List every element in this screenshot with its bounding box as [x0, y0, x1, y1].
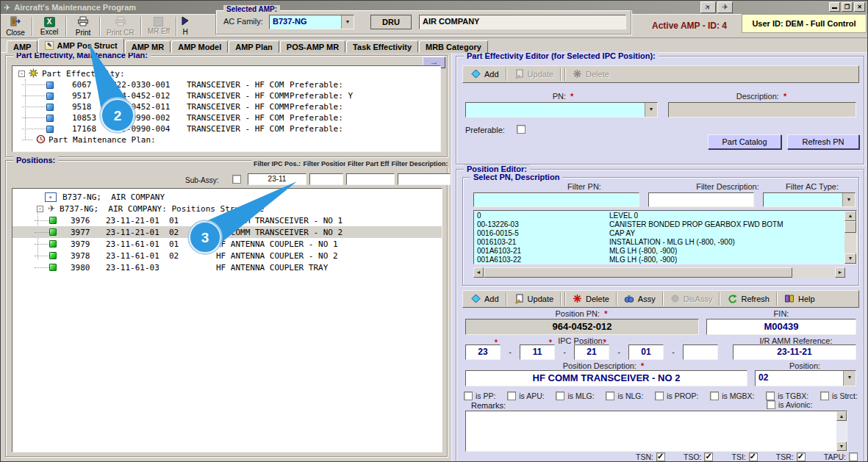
tree-node-structure[interactable]: - ✈ B737-NG; AIR COMPANY: Positions Stru… — [12, 203, 442, 214]
part-effectivity-row[interactable]: 6067 822-0330-001 TRANSCEIVER - HF COM P… — [12, 79, 440, 90]
part-catalog-button[interactable]: Part Catalog — [708, 134, 781, 149]
checkbox[interactable] — [606, 391, 614, 400]
tab-amp-mr[interactable]: AMP MR — [125, 40, 171, 53]
close-window-button[interactable]: ✕ — [854, 2, 865, 12]
chevron-down-icon[interactable]: ▼ — [341, 15, 354, 29]
preferable-checkbox[interactable] — [517, 125, 526, 134]
chevron-down-icon[interactable]: ▼ — [842, 193, 855, 206]
ipc-segment-3[interactable]: 21 — [574, 344, 609, 360]
part-effectivity-tree[interactable]: - Part Effectivity: 6067 822-0330-001 TR… — [12, 65, 441, 152]
pos-assy-button[interactable]: Assy — [619, 292, 661, 306]
scroll-down-icon[interactable]: ▼ — [844, 253, 856, 264]
checkbox[interactable] — [849, 452, 858, 461]
vertical-scrollbar[interactable]: ▲ ▼ — [844, 211, 856, 264]
dru-button[interactable]: DRU — [370, 15, 412, 29]
titlebar-plane-button-2[interactable]: ✈ — [717, 1, 733, 13]
print-button[interactable]: Print — [68, 15, 98, 37]
checkbox[interactable] — [655, 391, 664, 400]
restore-button[interactable]: ❐ — [842, 2, 853, 12]
checkbox[interactable] — [766, 391, 775, 400]
tree-node-maintenance-plan[interactable]: Part Maintenance Plan: — [12, 134, 440, 145]
flag-is-pp[interactable]: is PP: — [464, 391, 495, 400]
scroll-left-icon[interactable]: ◄ — [473, 267, 484, 278]
checkbox[interactable] — [704, 452, 713, 461]
pe-add-button[interactable]: Add — [466, 67, 504, 82]
tab-amp-pos-struct[interactable]: ✎ AMP Pos Struct — [38, 38, 123, 53]
list-item[interactable]: 001A6103-22MLG LH (-800, -900) — [474, 255, 856, 264]
scroll-right-icon[interactable]: ► — [835, 267, 845, 278]
checkbox[interactable] — [464, 391, 473, 400]
flag-tsn[interactable]: TSN: — [636, 452, 665, 461]
scroll-up-icon[interactable]: ▲ — [836, 411, 847, 421]
chevron-down-icon[interactable]: ▼ — [843, 371, 856, 386]
filter-pn-input[interactable] — [473, 192, 639, 207]
flag-is-nlg[interactable]: is NLG: — [606, 391, 643, 400]
excel-button[interactable]: X Excel — [35, 15, 64, 37]
filter-ac-type-select[interactable]: ▼ — [763, 192, 856, 207]
tab-pos-amp-mr[interactable]: POS-AMP MR — [280, 40, 345, 53]
flag-is-mlg[interactable]: is MLG: — [556, 391, 594, 400]
pos-delete-button[interactable]: Delete — [567, 292, 614, 306]
position-row[interactable]: 3978 23-11-61-01 02 HF ANTENNA COUPLER -… — [12, 250, 442, 261]
mr-eff-button[interactable]: MR Eff — [143, 15, 174, 37]
ipc-segment-1[interactable]: 23 — [465, 344, 501, 360]
position-description-field[interactable]: HF COMM TRANSCEIVER - NO 2 — [465, 370, 747, 386]
positions-tree[interactable]: ✈ B737-NG; AIR COMPANY - ✈ B737-NG; AIR … — [12, 188, 442, 452]
tree-root-part-effectivity[interactable]: - Part Effectivity: — [12, 68, 440, 79]
list-item[interactable]: 001A6103-21MLG LH (-800, -900) — [474, 246, 856, 255]
part-effectivity-row[interactable]: 10853 822-0990-002 TRANSCEIVER - HF COM … — [12, 112, 440, 123]
flag-tso[interactable]: TSO: — [684, 452, 714, 461]
position-row[interactable]: 3979 23-11-61-01 01 HF ANTENNA COUPLER -… — [12, 238, 442, 250]
ipc-segment-4[interactable]: 01 — [628, 344, 664, 360]
refresh-pn-button[interactable]: Refresh PN — [787, 134, 859, 149]
part-effectivity-row[interactable]: 17168 822-0990-004 TRANSCEIVER - HF COM … — [12, 123, 440, 134]
position-row[interactable]: 3976 23-11-21-01 01 HF COMM TRANSCEIVER … — [12, 214, 442, 226]
checkbox[interactable] — [820, 391, 829, 400]
filter-ipc-input[interactable]: 23-11 — [248, 173, 306, 185]
flag-is-strct[interactable]: is Strct: — [820, 391, 858, 400]
fin-field[interactable]: M00439 — [706, 319, 856, 335]
list-item[interactable]: 0016103-21INSTALLATION - MLG LH (-800, -… — [474, 237, 856, 246]
scrollbar-thumb[interactable] — [484, 267, 792, 278]
checkbox[interactable] — [767, 400, 775, 409]
flag-is-apu[interactable]: is APU: — [507, 391, 544, 400]
position-select[interactable]: 02 ▼ — [755, 370, 856, 386]
scroll-up-icon[interactable]: ▲ — [844, 211, 856, 221]
tab-mrb-category[interactable]: MRB Category — [419, 40, 488, 53]
titlebar-plane-button-1[interactable]: ✈ — [700, 1, 716, 13]
list-item[interactable]: 0016-0015-5CAP AY — [474, 228, 856, 237]
ipc-segment-5[interactable] — [683, 344, 718, 360]
pos-update-button[interactable]: Update — [509, 292, 559, 306]
print-cr-button[interactable]: Print CR — [102, 15, 139, 37]
chevron-down-icon[interactable]: ▼ — [645, 103, 657, 117]
close-button[interactable]: Close — [1, 15, 30, 37]
horizontal-scrollbar[interactable]: ◄ ► — [473, 267, 845, 278]
tab-amp[interactable]: AMP — [7, 40, 37, 53]
list-item[interactable]: 0LEVEL 0 — [474, 211, 856, 220]
pos-refresh-button[interactable]: Refresh — [722, 292, 775, 306]
flag-is-avionic[interactable]: is Avionic: — [767, 400, 813, 409]
pos-add-button[interactable]: Add — [466, 292, 504, 306]
remarks-textarea[interactable]: ▲ ▼ — [465, 411, 847, 452]
tab-task-effectivity[interactable]: Task Effectivity — [346, 40, 418, 53]
collapse-minus-icon[interactable]: - — [37, 206, 43, 212]
pe-update-button[interactable]: Update — [509, 67, 559, 82]
part-effectivity-row[interactable]: 9518 964-0452-011 TRANSCEIVER - HF COMM … — [12, 101, 440, 112]
flag-tsi[interactable]: TSI: — [732, 452, 758, 461]
pe-delete-button[interactable]: Delete — [567, 67, 614, 82]
pn-listbox[interactable]: 0LEVEL 0 00-13226-03CANISTER BONDED PROP… — [473, 210, 857, 264]
checkbox[interactable] — [507, 391, 516, 400]
filter-description-input[interactable] — [648, 192, 754, 207]
checkbox[interactable] — [556, 391, 564, 400]
checkbox[interactable] — [710, 391, 719, 400]
pn-combo[interactable]: ▼ — [465, 102, 658, 118]
filter-description-input[interactable] — [398, 173, 451, 185]
flag-tapu[interactable]: TAPU: — [824, 452, 858, 461]
scrollbar-thumb[interactable] — [844, 221, 856, 233]
tree-node-company[interactable]: ✈ B737-NG; AIR COMPANY — [12, 191, 442, 203]
part-effectivity-row[interactable]: 9517 964-0452-012 TRANSCEIVER - HF COMM … — [12, 90, 440, 101]
flag-tsr[interactable]: TSR: — [776, 452, 806, 461]
pos-disassy-button[interactable]: DisAssy — [665, 292, 718, 306]
collapse-minus-icon[interactable]: - — [18, 71, 25, 77]
minimize-button[interactable] — [829, 2, 840, 12]
